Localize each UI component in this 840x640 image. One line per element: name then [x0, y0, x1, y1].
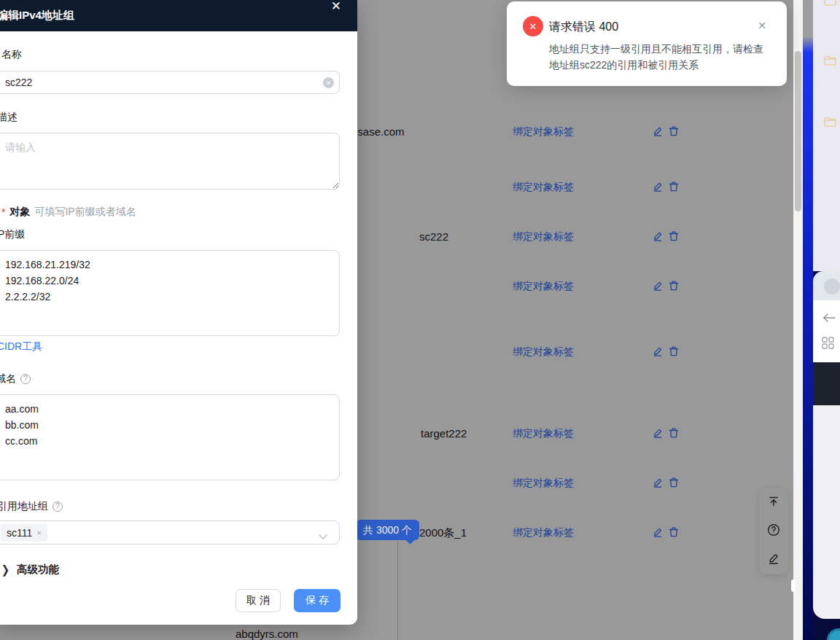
panel-card	[813, 405, 840, 619]
desktop-gap-strip	[803, 0, 813, 640]
app-badge	[827, 628, 840, 640]
ref-group-label: 引用地址组 ?	[0, 500, 63, 513]
ref-group-select[interactable]: sc111 ×	[0, 520, 340, 545]
apps-grid-icon[interactable]	[822, 337, 834, 352]
folder-icon[interactable]	[824, 55, 836, 69]
domain-help-icon[interactable]: ?	[20, 374, 31, 384]
advanced-toggle[interactable]: ❯ 高级功能	[1, 563, 59, 577]
chevron-right-icon: ❯	[1, 563, 9, 577]
description-label: 描述	[0, 111, 18, 124]
required-mark: *	[1, 206, 5, 218]
page-scrollbar-track[interactable]	[793, 0, 803, 640]
panel-drag-handle[interactable]	[791, 579, 796, 592]
count-badge: 共 3000 个	[356, 520, 419, 540]
folder-icon[interactable]	[824, 0, 836, 9]
edit-ipv4-group-modal: 编辑IPv4地址组 ✕ 名称 ✕ 描述 * 对象 可填写IP前缀或者域名 IP前…	[0, 0, 357, 625]
ip-prefix-label: IP前缀	[0, 228, 25, 241]
toast-title: 请求错误 400	[549, 20, 618, 35]
selected-tag: sc111 ×	[1, 524, 47, 542]
error-circle-icon: ✕	[523, 16, 543, 36]
right-side-window	[813, 0, 840, 640]
modal-title: 编辑IPv4地址组	[0, 9, 74, 23]
object-section-label: * 对象 可填写IP前缀或者域名	[1, 206, 136, 219]
page-scrollbar-thumb[interactable]	[795, 51, 801, 211]
domain-textarea[interactable]: aa.com bb.com cc.com	[0, 394, 340, 480]
description-textarea[interactable]	[0, 133, 340, 190]
object-hint: 可填写IP前缀或者域名	[34, 206, 136, 219]
screen: lsase.com 绑定对象标签 绑定对象标签 sc222 绑定对象标签	[0, 0, 840, 640]
modal-close-icon[interactable]: ✕	[331, 0, 341, 14]
panel-toolbar	[813, 300, 840, 362]
panel-dark-block	[813, 362, 840, 405]
folder-icon[interactable]	[824, 117, 836, 130]
back-arrow-icon[interactable]	[822, 313, 836, 326]
name-label: 名称	[1, 48, 22, 61]
save-button[interactable]: 保 存	[294, 589, 341, 612]
cancel-button[interactable]: 取 消	[236, 589, 281, 612]
toast-close-icon[interactable]: ✕	[758, 20, 766, 31]
tag-remove-icon[interactable]: ×	[36, 528, 41, 537]
clear-input-icon[interactable]: ✕	[323, 77, 334, 88]
ip-prefix-textarea[interactable]: 192.168.21.219/32 192.168.22.0/24 2.2.2.…	[0, 250, 340, 336]
ref-group-help-icon[interactable]: ?	[52, 502, 63, 512]
chevron-down-icon	[319, 531, 327, 542]
cidr-tool-link[interactable]: CIDR工具	[0, 340, 42, 354]
avatar	[824, 278, 840, 294]
bookmarks-strip	[813, 0, 840, 271]
domain-label: 域名 ?	[0, 372, 31, 386]
error-toast: ✕ 请求错误 400 ✕ 地址组只支持一级引用且不能相互引用，请检查地址组sc2…	[507, 1, 787, 86]
modal-header: 编辑IPv4地址组 ✕	[0, 0, 357, 31]
name-input[interactable]	[0, 71, 340, 94]
toast-message: 地址组只支持一级引用且不能相互引用，请检查地址组sc222的引用和被引用关系	[549, 41, 769, 73]
